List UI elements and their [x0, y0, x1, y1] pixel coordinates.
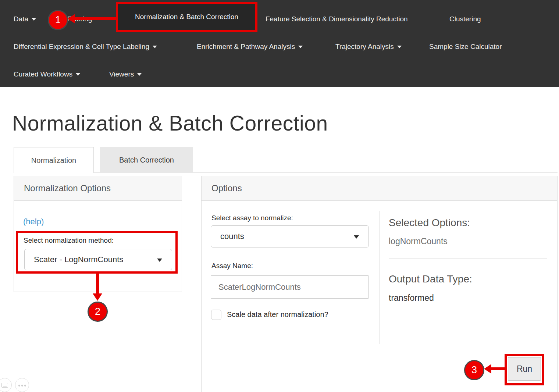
caret-down-icon: [354, 235, 359, 239]
nav-item-sample-size-calculator[interactable]: Sample Size Calculator: [429, 40, 502, 54]
selected-options-value: logNormCounts: [389, 236, 448, 246]
nav-item-enrichment-pathway[interactable]: Enrichment & Pathway Analysis: [197, 40, 303, 54]
nav-item-label: Enrichment & Pathway Analysis: [197, 43, 295, 50]
nav-item-label: Trajectory Analysis: [335, 43, 394, 50]
nav-item-viewers[interactable]: Viewers: [109, 67, 142, 81]
nav-item-label: Feature Selection & Dimensionality Reduc…: [266, 15, 408, 23]
panel-header: Normalization Options: [14, 176, 182, 201]
caret-down-icon: [76, 73, 80, 76]
horizontal-divider: [389, 259, 547, 259]
caret-down-icon: [157, 259, 162, 262]
panel-footer-divider: [202, 344, 557, 344]
ellipsis-icon: [15, 378, 29, 392]
assay-name-input[interactable]: [211, 275, 369, 299]
nav-item-feature-selection[interactable]: Feature Selection & Dimensionality Reduc…: [266, 12, 408, 26]
top-navbar: Data QC & Filtering Normalization & Batc…: [0, 0, 559, 87]
caret-down-icon: [137, 73, 142, 76]
nav-item-label: Normalization & Batch Correction: [135, 13, 238, 21]
normalization-method-select[interactable]: Scater - LogNormCounts: [24, 249, 172, 270]
selected-options-heading: Selected Options:: [389, 217, 470, 229]
scale-checkbox[interactable]: [211, 310, 221, 320]
nav-item-clustering[interactable]: Clustering: [449, 12, 481, 26]
app-window: Data QC & Filtering Normalization & Batc…: [0, 0, 559, 392]
caret-down-icon: [153, 46, 157, 48]
nav-item-data[interactable]: Data: [14, 12, 36, 26]
nav-item-normalization-batch-correction[interactable]: Normalization & Batch Correction: [118, 4, 255, 30]
nav-item-label: Differential Expression & Cell Type Labe…: [14, 43, 149, 50]
keyboard-icon: [1, 383, 8, 388]
vertical-divider: [379, 211, 380, 344]
tab-normalization[interactable]: Normalization: [14, 147, 94, 173]
nav-item-trajectory-analysis[interactable]: Trajectory Analysis: [335, 40, 402, 54]
tabs-underline: [14, 172, 558, 173]
nav-item-label: QC & Filtering: [48, 15, 92, 23]
caret-down-icon: [32, 18, 36, 21]
nav-item-curated-workflows[interactable]: Curated Workflows: [14, 67, 80, 81]
nav-item-label: Curated Workflows: [14, 70, 72, 78]
annotation-arrowhead-2: [93, 293, 102, 301]
nav-item-label: Data: [14, 15, 28, 23]
scale-checkbox-label: Scale data after normalization?: [227, 310, 328, 319]
select-value: Scater - LogNormCounts: [34, 255, 123, 264]
output-data-type-heading: Output Data Type:: [389, 273, 472, 285]
caret-down-icon: [298, 46, 303, 48]
nav-item-label: Sample Size Calculator: [429, 43, 502, 50]
keyboard-shortcuts-button[interactable]: [0, 378, 12, 392]
help-link[interactable]: (help): [23, 217, 44, 227]
assay-select[interactable]: counts: [211, 225, 369, 247]
annotation-circle-2: 2: [88, 302, 108, 322]
nav-item-differential-expression[interactable]: Differential Expression & Cell Type Labe…: [14, 40, 157, 54]
panel-header: Options: [202, 176, 557, 201]
page-title: Normalization & Batch Correction: [12, 111, 328, 135]
tab-batch-correction[interactable]: Batch Correction: [100, 147, 193, 173]
nav-item-label: Viewers: [109, 70, 134, 78]
nav-item-qc-filtering[interactable]: QC & Filtering: [48, 12, 92, 26]
nav-item-label: Clustering: [449, 15, 481, 23]
normalization-options-panel: Normalization Options: [14, 176, 182, 292]
normalization-method-label: Select normalization method:: [24, 236, 114, 245]
assay-name-label: Assay Name:: [211, 262, 253, 270]
run-button[interactable]: Run: [508, 357, 541, 381]
caret-down-icon: [397, 46, 402, 48]
more-options-button[interactable]: [15, 378, 29, 392]
assay-select-label: Select assay to normalize:: [211, 214, 293, 222]
output-data-type-value: transformed: [389, 293, 434, 303]
select-value: counts: [220, 232, 244, 241]
